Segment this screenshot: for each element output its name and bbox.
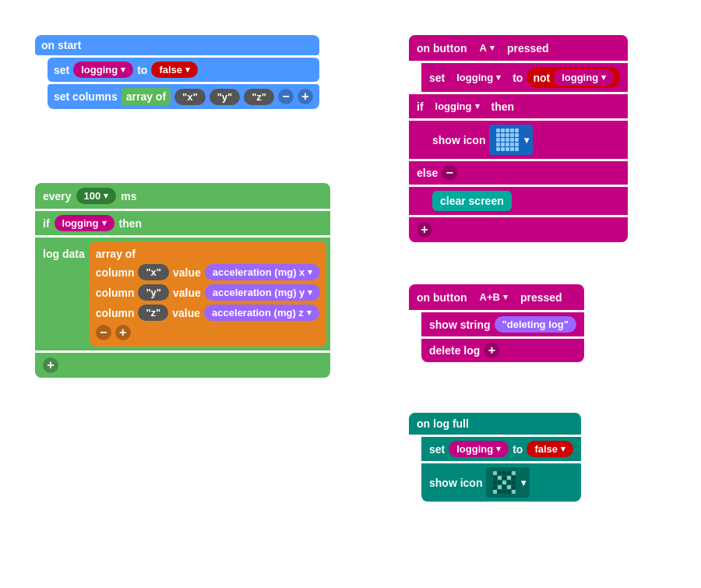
if-logging-a[interactable]: logging: [428, 98, 488, 114]
logging-var-a[interactable]: logging: [449, 69, 509, 86]
on-start-block: on start set logging to false set column…: [35, 35, 319, 109]
col-y-sensor[interactable]: acceleration (mg) y: [205, 284, 321, 301]
if-logging-var[interactable]: logging: [55, 215, 114, 231]
set-label-a: set: [429, 72, 445, 84]
icon-grid-lf: [491, 470, 517, 495]
col-x-label: column: [96, 266, 135, 279]
col-z-label: column: [96, 307, 135, 319]
on-button-a-label: on button: [417, 42, 467, 55]
else-minus-btn[interactable]: −: [442, 165, 457, 181]
every-label: every: [43, 190, 72, 202]
y-item: "y": [210, 89, 241, 105]
show-string-label: show string: [429, 319, 491, 331]
log-data-label: log data: [43, 248, 85, 260]
to-label-a: to: [513, 72, 523, 84]
col-z-key: "z": [138, 305, 168, 321]
col-y-val-label: value: [173, 287, 201, 299]
to-label-lf: to: [513, 443, 523, 456]
then-label: then: [119, 217, 143, 230]
if-label-a: if: [417, 100, 424, 113]
add-every-btn[interactable]: +: [43, 357, 58, 373]
remove-col-btn[interactable]: −: [278, 89, 294, 104]
z-item: "z": [244, 89, 274, 105]
logging-var-lf[interactable]: logging: [449, 441, 509, 457]
col-z-val-label: value: [172, 307, 200, 319]
then-label-a: then: [491, 100, 515, 113]
btn-ab-val[interactable]: A+B: [472, 289, 516, 305]
col-z-sensor[interactable]: acceleration (mg) z: [204, 305, 319, 321]
add-col-btn[interactable]: +: [298, 89, 313, 104]
icon-grid-a: [495, 127, 520, 153]
remove-row-btn[interactable]: −: [96, 325, 111, 340]
set-label-lf: set: [429, 443, 445, 456]
on-start-label: on start: [41, 39, 81, 51]
x-item: "x": [174, 89, 206, 105]
icon-display-a[interactable]: ▾: [489, 125, 533, 155]
btn-a-val[interactable]: A: [472, 40, 502, 56]
pressed-label-ab: pressed: [520, 291, 562, 304]
clear-screen-label: clear screen: [440, 195, 504, 207]
show-icon-label-a: show icon: [432, 134, 485, 146]
col-x-sensor[interactable]: acceleration (mg) x: [205, 264, 321, 280]
on-log-full-block: on log full set logging to false show ic…: [409, 413, 581, 502]
set-label: set: [54, 64, 69, 76]
clear-screen-btn[interactable]: clear screen: [432, 191, 512, 211]
on-button-ab-label: on button: [417, 291, 467, 304]
icon-display-lf[interactable]: ▾: [486, 467, 530, 498]
every-block-group: every 100 ms if logging then log data ar…: [35, 183, 330, 378]
delete-log-label: delete log: [429, 344, 480, 357]
to-label: to: [137, 64, 147, 76]
add-delete-btn[interactable]: +: [484, 343, 499, 358]
ms-val[interactable]: 100: [76, 188, 117, 204]
on-button-ab-block: on button A+B pressed show string "delet…: [409, 284, 584, 362]
col-x-val-label: value: [173, 266, 201, 279]
logging-var-1[interactable]: logging: [73, 62, 133, 78]
ms-unit: ms: [121, 190, 136, 202]
array-of-label: array of: [122, 88, 171, 105]
col-y-label: column: [96, 287, 135, 299]
show-icon-label-lf: show icon: [429, 477, 482, 489]
add-row-btn[interactable]: +: [115, 325, 131, 340]
else-label: else: [417, 167, 438, 179]
add-btn-a-btn[interactable]: +: [417, 222, 432, 238]
set-columns-label: set columns: [54, 90, 118, 103]
pressed-label-a: pressed: [507, 42, 549, 55]
false-val-lf[interactable]: false: [527, 441, 573, 457]
not-pill: not logging: [527, 67, 620, 88]
col-y-key: "y": [138, 284, 169, 301]
array-of-label-2: array of: [96, 248, 321, 260]
not-logging-var[interactable]: logging: [554, 69, 614, 86]
string-val: "deleting log": [495, 316, 576, 333]
col-x-key: "x": [138, 264, 169, 280]
not-label: not: [533, 72, 550, 84]
if-label: if: [43, 217, 50, 230]
false-val[interactable]: false: [151, 62, 198, 78]
on-log-full-label: on log full: [417, 417, 469, 430]
on-button-a-block: on button A pressed set logging to not l…: [409, 35, 628, 242]
